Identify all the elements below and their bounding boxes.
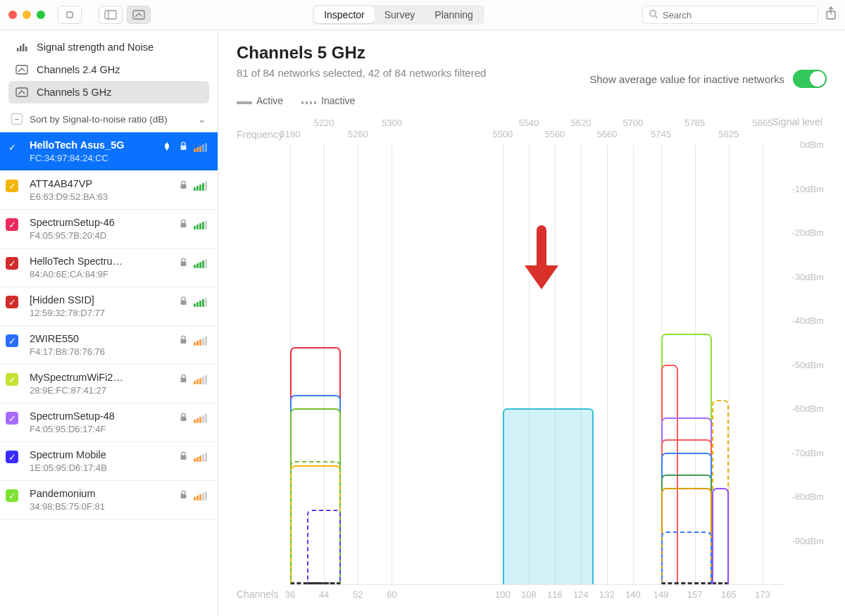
close-window[interactable]: [8, 11, 17, 19]
network-name: 2WIRE550: [30, 333, 158, 344]
frequency-tick: 5500: [492, 129, 513, 139]
frequency-tick: 5540: [518, 118, 539, 128]
svg-rect-11: [25, 46, 27, 51]
frequency-tick: 5260: [348, 129, 368, 139]
select-all-checkbox[interactable]: −: [11, 113, 23, 125]
share-button[interactable]: [825, 6, 837, 24]
network-checkbox[interactable]: ✓: [6, 180, 18, 192]
y-tick: -30dBm: [791, 271, 824, 282]
lock-icon: [175, 296, 191, 308]
channel-tick: 173: [755, 589, 770, 600]
svg-rect-9: [20, 46, 22, 51]
lock-icon: [175, 335, 191, 346]
network-name: HelloTech Asus_5G: [30, 139, 158, 151]
network-checkbox[interactable]: ✓: [6, 257, 18, 270]
network-mac: 34:98:B5:75:0F:81: [30, 501, 158, 512]
legend-inactive: Inactive: [301, 95, 355, 106]
frequency-title: Frequency: [237, 129, 283, 140]
network-checkbox[interactable]: ✓: [6, 296, 18, 308]
sidebar-nav-item[interactable]: Channels 2.4 GHz: [8, 58, 209, 81]
svg-rect-20: [180, 378, 186, 383]
network-checkbox[interactable]: ✓: [6, 373, 18, 386]
chart: Frequency Signal level Channels 51805220…: [237, 116, 827, 609]
main-panel: Channels 5 GHz 81 of 84 networks selecte…: [218, 30, 845, 616]
channel-tick: 140: [625, 589, 641, 600]
y-tick: -10dBm: [791, 183, 824, 194]
gridline: [729, 144, 730, 584]
tab-inspector[interactable]: Inspector: [314, 6, 375, 23]
signal-strength-icon: [194, 452, 211, 462]
network-row[interactable]: ✓Pandemonium34:98:B5:75:0F:81: [0, 481, 218, 520]
record-button[interactable]: [58, 6, 82, 24]
network-checkbox[interactable]: ✓: [6, 141, 18, 153]
sidebar-toggle[interactable]: [99, 6, 123, 24]
sidebar-nav-item[interactable]: Channels 5 GHz: [8, 81, 209, 103]
network-mac: 84:A0:6E:CA:84:9F: [30, 269, 158, 279]
chevron-down-icon[interactable]: ⌄: [198, 113, 206, 125]
svg-rect-18: [180, 301, 186, 306]
channel-tick: 52: [353, 589, 363, 600]
network-checkbox[interactable]: ✓: [6, 412, 18, 425]
channel-tick: 108: [521, 589, 537, 600]
frequency-tick: 5620: [570, 118, 591, 128]
network-list[interactable]: ✓HelloTech Asus_5GFC:34:97:84:24:CC✓ATT4…: [0, 132, 218, 616]
channel-tick: 100: [495, 589, 511, 600]
network-checkbox[interactable]: ✓: [6, 334, 18, 347]
sort-label[interactable]: Sort by Signal-to-noise ratio (dB): [30, 114, 191, 125]
network-row[interactable]: ✓SpectrumSetup-46F4:05:95:7B:20:4D: [0, 210, 218, 249]
page-subtitle: 81 of 84 networks selected, 42 of 84 net…: [237, 67, 486, 79]
avg-label: Show average value for inactive networks: [589, 73, 784, 85]
frequency-tick: 5220: [314, 118, 334, 128]
network-row[interactable]: ✓SpectrumSetup-48F4:05:95:D6:17:4F: [0, 403, 218, 442]
network-checkbox[interactable]: ✓: [6, 451, 18, 463]
zoom-window[interactable]: [37, 11, 45, 19]
svg-rect-12: [16, 65, 27, 74]
network-checkbox[interactable]: ✓: [6, 489, 18, 502]
chart-plot[interactable]: Channels 5180522052605300550055405580562…: [290, 144, 784, 585]
network-row[interactable]: ✓2WIRE550F4:17:B8:78:76:76: [0, 326, 218, 365]
network-row[interactable]: ✓Spectrum Mobile1E:05:95:D6:17:4B: [0, 442, 218, 481]
network-mac: F4:17:B8:78:76:76: [30, 346, 158, 357]
channel-tick: 60: [387, 589, 396, 600]
search-field[interactable]: [642, 6, 818, 24]
search-input[interactable]: [663, 10, 812, 20]
channel-icon: [15, 65, 28, 75]
signal-strength-icon: [194, 258, 211, 268]
sidebar-nav-item[interactable]: Signal strength and Noise: [8, 36, 209, 58]
svg-rect-15: [180, 184, 186, 189]
minimize-window[interactable]: [23, 11, 31, 19]
sidebar-nav-label: Signal strength and Noise: [37, 42, 154, 53]
network-row[interactable]: ✓HelloTech Asus_5GFC:34:97:84:24:CC: [0, 132, 218, 171]
svg-rect-13: [16, 88, 27, 96]
sidebar: Signal strength and NoiseChannels 2.4 GH…: [0, 30, 218, 616]
svg-rect-14: [180, 146, 186, 151]
sidebar-nav-label: Channels 5 GHz: [37, 87, 111, 98]
network-row[interactable]: ✓[Hidden SSID]12:59:32:78:D7:77: [0, 287, 218, 326]
network-checkbox[interactable]: ✓: [6, 218, 18, 231]
network-mac: FC:34:97:84:24:CC: [30, 153, 158, 163]
network-row[interactable]: ✓ATT4AB47VPE6:63:D9:52:BA:63: [0, 171, 218, 210]
frequency-tick: 5180: [280, 129, 301, 139]
frequency-tick: 5300: [382, 118, 402, 128]
y-tick: 0dBm: [800, 139, 824, 150]
channel-icon: [15, 87, 28, 97]
channel-tick: 44: [319, 589, 329, 600]
frequency-tick: 5785: [684, 118, 705, 128]
frequency-tick: 5745: [651, 129, 671, 139]
network-name: ATT4AB47VP: [30, 178, 158, 189]
lock-icon: [175, 258, 191, 269]
network-name: Pandemonium: [30, 488, 158, 499]
gridline: [358, 144, 358, 584]
tab-planning[interactable]: Planning: [425, 6, 483, 23]
lock-icon: [175, 374, 191, 385]
svg-rect-16: [180, 223, 186, 228]
network-row[interactable]: ✓MySpectrumWiFi2…28:9E:FC:87:41:27: [0, 365, 218, 403]
network-row[interactable]: ✓HelloTech Spectru…84:A0:6E:CA:84:9F: [0, 249, 218, 287]
frequency-tick: 5825: [718, 129, 739, 139]
tab-survey[interactable]: Survey: [375, 6, 425, 23]
avg-toggle[interactable]: [793, 70, 827, 88]
lock-icon: [175, 142, 191, 153]
network-name: SpectrumSetup-48: [30, 410, 158, 422]
signal-curve: [307, 510, 341, 584]
map-view-toggle[interactable]: [127, 6, 151, 24]
